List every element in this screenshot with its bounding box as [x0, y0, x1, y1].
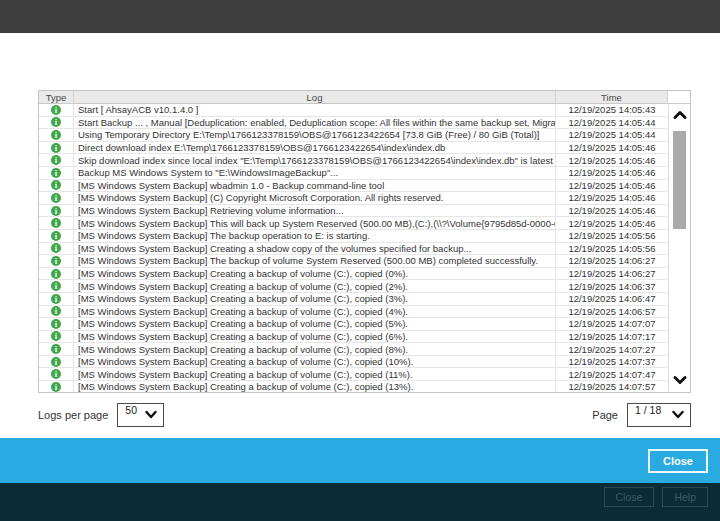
- log-table: Type Log Time i Start [ AhsayACB v10.1.4…: [38, 90, 691, 393]
- row-log-cell: Using Temporary Directory E:\Temp\176612…: [74, 129, 556, 141]
- footer-close-button[interactable]: Close: [604, 487, 655, 507]
- table-row[interactable]: i [MS Windows System Backup] Creating a …: [39, 381, 690, 393]
- row-log-cell: Backup MS Windows System to "E:\WindowsI…: [74, 167, 556, 179]
- table-row[interactable]: i [MS Windows System Backup] Creating a …: [39, 280, 690, 293]
- table-row[interactable]: i [MS Windows System Backup] Creating a …: [39, 368, 690, 381]
- table-row[interactable]: i [MS Windows System Backup] The backup …: [39, 230, 690, 243]
- row-type-cell: i: [39, 205, 74, 217]
- table-row[interactable]: i Direct download index E:\Temp\17661233…: [39, 142, 690, 155]
- dialog-action-bar: Close: [0, 438, 720, 483]
- info-icon: i: [51, 269, 61, 279]
- row-time-cell: 12/19/2025 14:07:37: [556, 356, 668, 368]
- row-type-cell: i: [39, 192, 74, 204]
- table-row[interactable]: i [MS Windows System Backup] Retrieving …: [39, 205, 690, 218]
- row-time-cell: 12/19/2025 14:06:27: [556, 268, 668, 280]
- table-scrollbar[interactable]: [668, 105, 690, 392]
- row-time-cell: 12/19/2025 14:05:46: [556, 217, 668, 229]
- logs-per-page-select[interactable]: 50: [117, 403, 164, 427]
- info-icon: i: [51, 369, 61, 379]
- row-log-cell: [MS Windows System Backup] Retrieving vo…: [74, 205, 556, 217]
- log-table-header: Type Log Time: [39, 91, 690, 104]
- table-row[interactable]: i Start [ AhsayACB v10.1.4.0 ] 12/19/202…: [39, 104, 690, 117]
- row-time-cell: 12/19/2025 14:05:46: [556, 205, 668, 217]
- row-type-cell: i: [39, 255, 74, 267]
- row-time-cell: 12/19/2025 14:06:57: [556, 306, 668, 318]
- info-icon: i: [51, 231, 61, 241]
- row-log-cell: [MS Windows System Backup] Creating a ba…: [74, 368, 556, 380]
- table-row[interactable]: i Using Temporary Directory E:\Temp\1766…: [39, 129, 690, 142]
- table-row[interactable]: i [MS Windows System Backup] wbadmin 1.0…: [39, 180, 690, 193]
- table-row[interactable]: i [MS Windows System Backup] Creating a …: [39, 306, 690, 319]
- table-row[interactable]: i Start Backup ... , Manual [Deduplicati…: [39, 117, 690, 130]
- row-type-cell: i: [39, 318, 74, 330]
- close-button[interactable]: Close: [648, 449, 708, 473]
- row-time-cell: 12/19/2025 14:05:56: [556, 243, 668, 255]
- table-row[interactable]: i [MS Windows System Backup] Creating a …: [39, 318, 690, 331]
- info-icon: i: [51, 218, 61, 228]
- table-row[interactable]: i [MS Windows System Backup] Creating a …: [39, 356, 690, 369]
- footer-help-button[interactable]: Help: [662, 487, 708, 507]
- scroll-down-icon[interactable]: [672, 374, 688, 386]
- info-icon: i: [51, 306, 61, 316]
- scrollbar-thumb[interactable]: [673, 131, 686, 229]
- page-label: Page: [592, 409, 618, 421]
- row-log-cell: [MS Windows System Backup] Creating a sh…: [74, 243, 556, 255]
- info-icon: i: [51, 256, 61, 266]
- pagination-row: Logs per page 50 Page 1 / 18: [38, 403, 691, 427]
- table-row[interactable]: i [MS Windows System Backup] The backup …: [39, 255, 690, 268]
- row-log-cell: [MS Windows System Backup] Creating a ba…: [74, 280, 556, 292]
- row-type-cell: i: [39, 117, 74, 129]
- table-row[interactable]: i [MS Windows System Backup] Creating a …: [39, 343, 690, 356]
- scroll-up-icon[interactable]: [672, 109, 688, 121]
- table-row[interactable]: i [MS Windows System Backup] (C) Copyrig…: [39, 192, 690, 205]
- info-icon: i: [51, 243, 61, 253]
- row-type-cell: i: [39, 268, 74, 280]
- info-icon: i: [51, 130, 61, 140]
- row-log-cell: Start [ AhsayACB v10.1.4.0 ]: [74, 104, 556, 116]
- info-icon: i: [51, 155, 61, 165]
- row-type-cell: i: [39, 293, 74, 305]
- row-log-cell: [MS Windows System Backup] (C) Copyright…: [74, 192, 556, 204]
- row-time-cell: 12/19/2025 14:07:57: [556, 381, 668, 393]
- info-icon: i: [51, 180, 61, 190]
- info-icon: i: [51, 193, 61, 203]
- row-type-cell: i: [39, 142, 74, 154]
- table-row[interactable]: i [MS Windows System Backup] Creating a …: [39, 293, 690, 306]
- row-log-cell: [MS Windows System Backup] This will bac…: [74, 217, 556, 229]
- row-type-cell: i: [39, 217, 74, 229]
- info-icon: i: [51, 168, 61, 178]
- column-header-type: Type: [39, 91, 74, 104]
- row-log-cell: [MS Windows System Backup] Creating a ba…: [74, 356, 556, 368]
- info-icon: i: [51, 331, 61, 341]
- row-time-cell: 12/19/2025 14:07:07: [556, 318, 668, 330]
- row-log-cell: [MS Windows System Backup] The backup op…: [74, 230, 556, 242]
- row-type-cell: i: [39, 343, 74, 355]
- row-log-cell: [MS Windows System Backup] Creating a ba…: [74, 318, 556, 330]
- row-log-cell: [MS Windows System Backup] Creating a ba…: [74, 293, 556, 305]
- table-row[interactable]: i [MS Windows System Backup] Creating a …: [39, 268, 690, 281]
- table-row[interactable]: i Skip download index since local index …: [39, 154, 690, 167]
- row-time-cell: 12/19/2025 14:05:46: [556, 192, 668, 204]
- row-type-cell: i: [39, 381, 74, 393]
- row-log-cell: [MS Windows System Backup] Creating a ba…: [74, 381, 556, 393]
- row-log-cell: [MS Windows System Backup] Creating a ba…: [74, 343, 556, 355]
- info-icon: i: [51, 294, 61, 304]
- info-icon: i: [51, 344, 61, 354]
- row-type-cell: i: [39, 368, 74, 380]
- log-report-panel: Show All Type Log Time i Start [ AhsayAC…: [0, 33, 720, 438]
- row-log-cell: [MS Windows System Backup] The backup of…: [74, 255, 556, 267]
- table-row[interactable]: i [MS Windows System Backup] This will b…: [39, 217, 690, 230]
- row-time-cell: 12/19/2025 14:05:43: [556, 104, 668, 116]
- row-time-cell: 12/19/2025 14:07:17: [556, 331, 668, 343]
- row-type-cell: i: [39, 280, 74, 292]
- window-footer: Close Help: [0, 483, 720, 521]
- row-time-cell: 12/19/2025 14:06:27: [556, 255, 668, 267]
- info-icon: i: [51, 357, 61, 367]
- page-select[interactable]: 1 / 18: [627, 403, 691, 427]
- table-row[interactable]: i [MS Windows System Backup] Creating a …: [39, 331, 690, 344]
- logs-per-page-label: Logs per page: [38, 409, 108, 421]
- row-type-cell: i: [39, 356, 74, 368]
- table-row[interactable]: i Backup MS Windows System to "E:\Window…: [39, 167, 690, 180]
- header-scroll-spacer: [668, 91, 690, 104]
- table-row[interactable]: i [MS Windows System Backup] Creating a …: [39, 243, 690, 256]
